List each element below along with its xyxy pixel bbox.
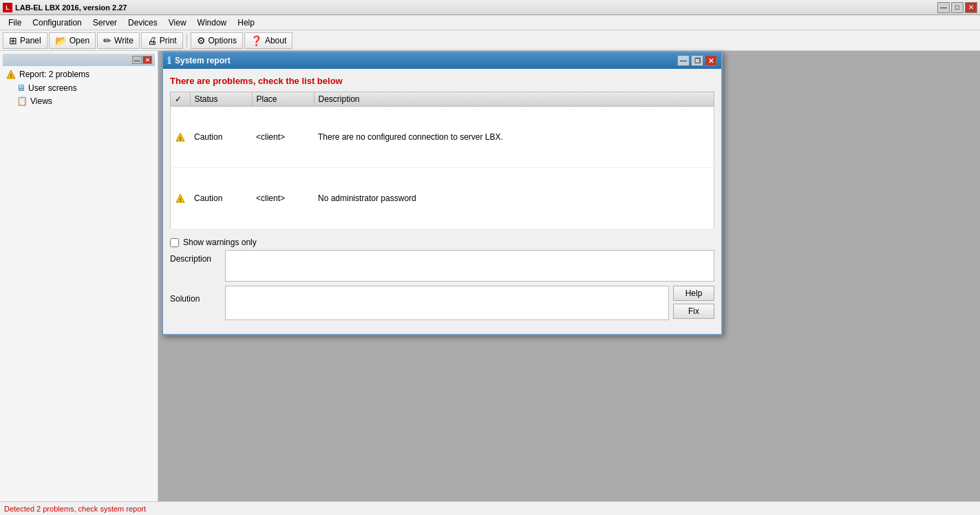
sidebar-item-user-screens[interactable]: 🖥 User screens [3, 81, 155, 94]
print-button[interactable]: 🖨 Print [141, 32, 183, 49]
fields-column: Help Fix [225, 250, 714, 320]
sidebar-titlebar: — ✕ [3, 54, 155, 66]
menu-file[interactable]: File [3, 15, 27, 30]
title-bar-left: L LAB-EL LBX 2016, version 2.27 [3, 3, 127, 12]
dialog-info-icon: ℹ [167, 55, 171, 66]
row1-warning-icon: ! [175, 132, 186, 143]
title-bar: L LAB-EL LBX 2016, version 2.27 — □ ✕ [0, 0, 980, 15]
system-report-dialog: ℹ System report — ❐ ✕ There are problems… [162, 51, 723, 335]
dialog-title-text: System report [175, 56, 231, 65]
col-header-place: Place [252, 92, 314, 107]
dialog-restore-button[interactable]: ❐ [691, 55, 703, 66]
dialog-minimize-button[interactable]: — [677, 55, 690, 66]
sidebar-minimize-button[interactable]: — [132, 56, 142, 64]
view-icon: 📋 [17, 96, 28, 106]
close-button[interactable]: ✕ [965, 2, 977, 13]
about-button[interactable]: ❓ About [244, 32, 292, 49]
write-button[interactable]: ✏ Write [97, 32, 140, 49]
description-field[interactable] [225, 250, 714, 282]
solution-buttons: Help Fix [673, 286, 714, 319]
screen-icon: 🖥 [17, 83, 25, 93]
content-area: ℹ System report — ❐ ✕ There are problems… [158, 51, 980, 501]
solution-row: Help Fix [225, 286, 714, 320]
warning-icon: ! [6, 69, 17, 80]
panel-icon: ⊞ [9, 35, 17, 46]
solution-field[interactable] [225, 286, 669, 320]
sidebar-item-views[interactable]: 📋 Views [3, 94, 155, 107]
dialog-content: There are problems, check the list below… [163, 69, 721, 334]
show-warnings-label[interactable]: Show warnings only [183, 238, 257, 247]
app-icon: L [3, 3, 12, 12]
row1-status: Caution [190, 107, 252, 168]
status-bar: Detected 2 problems, check system report [0, 501, 980, 515]
sidebar-user-screens-label: User screens [28, 83, 77, 93]
row2-description: No administrator password [314, 168, 714, 229]
menu-devices[interactable]: Devices [122, 15, 163, 30]
menu-server[interactable]: Server [87, 15, 122, 30]
desc-solution-area: Description Solution Help Fix [170, 250, 714, 327]
row2-place: <client> [252, 168, 314, 229]
fix-button[interactable]: Fix [673, 304, 714, 319]
table-row[interactable]: ! Caution <client> No administrator pass… [171, 168, 714, 229]
sidebar-close-button[interactable]: ✕ [142, 56, 152, 64]
menu-configuration[interactable]: Configuration [27, 15, 87, 30]
toolbar: ⊞ Panel 📂 Open ✏ Write 🖨 Print ⚙ Options… [0, 30, 980, 51]
labels-column: Description Solution [170, 250, 225, 327]
dialog-controls: — ❐ ✕ [677, 55, 717, 66]
sidebar-controls: — ✕ [132, 56, 152, 64]
status-text: Detected 2 problems, check system report [4, 505, 146, 513]
dialog-title-left: ℹ System report [167, 55, 231, 66]
description-label: Description [170, 253, 225, 287]
svg-text:!: ! [180, 197, 182, 203]
menu-view[interactable]: View [163, 15, 192, 30]
window-title: LAB-EL LBX 2016, version 2.27 [15, 3, 127, 12]
write-label: Write [114, 36, 134, 45]
row2-status: Caution [190, 168, 252, 229]
toolbar-separator [187, 34, 187, 48]
options-label: Options [209, 36, 237, 45]
show-warnings-checkbox[interactable] [170, 238, 179, 247]
menu-help[interactable]: Help [232, 15, 260, 30]
col-header-description: Description [314, 92, 714, 107]
solution-label: Solution [170, 293, 225, 327]
table-row[interactable]: ! Caution <client> There are no configur… [171, 107, 714, 168]
about-icon: ❓ [251, 35, 262, 46]
print-icon: 🖨 [147, 35, 157, 46]
title-bar-controls: — □ ✕ [937, 2, 977, 13]
svg-text:!: ! [180, 136, 182, 142]
show-warnings-row: Show warnings only [170, 235, 714, 250]
row1-place: <client> [252, 107, 314, 168]
col-header-status: Status [190, 92, 252, 107]
open-button[interactable]: 📂 Open [49, 32, 96, 49]
panel-label: Panel [20, 36, 41, 45]
maximize-button[interactable]: □ [951, 2, 963, 13]
open-icon: 📂 [55, 35, 67, 46]
sidebar-views-label: Views [30, 96, 52, 106]
problems-header: There are problems, check the list below [170, 76, 714, 86]
menu-window[interactable]: Window [192, 15, 233, 30]
row1-icon-cell: ! [171, 107, 191, 168]
sidebar: — ✕ ! Report: 2 problems 🖥 User screens … [0, 51, 158, 501]
write-icon: ✏ [103, 35, 111, 46]
open-label: Open [70, 36, 89, 45]
sidebar-item-report[interactable]: ! Report: 2 problems [3, 67, 155, 81]
menu-bar: File Configuration Server Devices View W… [0, 15, 980, 30]
panel-button[interactable]: ⊞ Panel [3, 32, 47, 49]
row2-warning-icon: ! [175, 193, 186, 204]
col-header-check: ✓ [171, 92, 191, 107]
dialog-close-button[interactable]: ✕ [705, 55, 717, 66]
main-area: — ✕ ! Report: 2 problems 🖥 User screens … [0, 51, 980, 501]
sidebar-report-label: Report: 2 problems [19, 70, 89, 79]
row1-description: There are no configured connection to se… [314, 107, 714, 168]
svg-text:!: ! [10, 73, 12, 79]
print-label: Print [160, 36, 177, 45]
options-button[interactable]: ⚙ Options [191, 32, 243, 49]
report-table: ✓ Status Place Description [170, 92, 714, 229]
minimize-button[interactable]: — [937, 2, 950, 13]
help-button[interactable]: Help [673, 286, 714, 301]
dialog-titlebar: ℹ System report — ❐ ✕ [163, 52, 721, 69]
options-icon: ⚙ [197, 35, 206, 46]
row2-icon-cell: ! [171, 168, 191, 229]
about-label: About [265, 36, 286, 45]
